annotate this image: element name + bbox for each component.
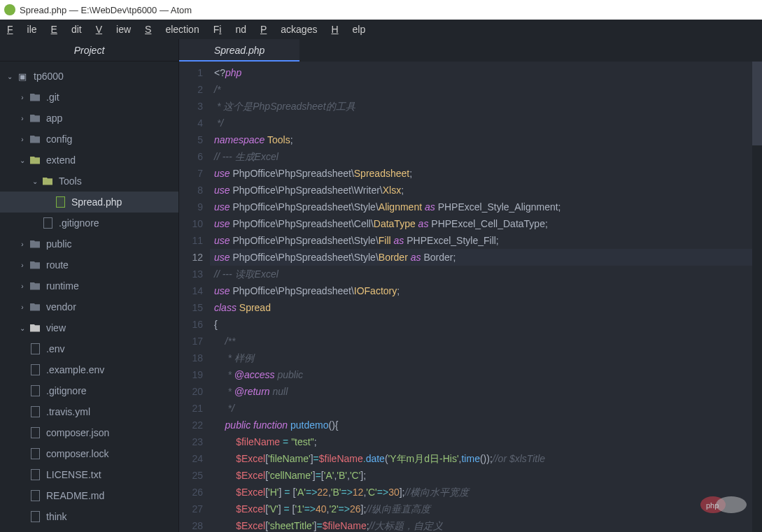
line-number: 6 — [179, 148, 203, 165]
line-number: 2 — [179, 81, 203, 98]
code-line[interactable]: use PhpOffice\PhpSpreadsheet\Cell\DataTy… — [210, 215, 762, 232]
tree-item-runtime[interactable]: ›runtime — [0, 275, 178, 296]
code-line[interactable]: // --- 读取Excel — [210, 266, 762, 282]
code-line[interactable]: * 样例 — [210, 350, 762, 366]
sidebar: Project ⌄ tp6000 ›.git›app›config⌄extend… — [0, 39, 179, 532]
tree-item-label: Spread.php — [71, 196, 122, 208]
tree-item-think[interactable]: think — [0, 506, 178, 527]
tree-item-label: public — [46, 238, 72, 250]
tab-bar: Spread.php — [179, 39, 762, 62]
menu-help[interactable]: Help — [331, 24, 365, 35]
tree-item--env[interactable]: .env — [0, 338, 178, 359]
window-title: Spread.php — E:\WebDev\tp6000 — Atom — [20, 5, 192, 15]
project-tree[interactable]: ⌄ tp6000 ›.git›app›config⌄extend⌄ToolsSp… — [0, 62, 178, 532]
line-number: 9 — [179, 199, 203, 215]
tree-item-extend[interactable]: ⌄extend — [0, 150, 178, 171]
tree-item-public[interactable]: ›public — [0, 233, 178, 254]
code-line[interactable]: $Excel['fileName']=$fileName.date('Y年m月d… — [210, 450, 762, 467]
chevron-right-icon[interactable]: › — [18, 282, 27, 290]
chevron-right-icon[interactable]: › — [18, 115, 27, 122]
chevron-right-icon[interactable]: › — [18, 136, 27, 143]
code-line[interactable]: $Excel['sheetTitle']=$fileName;//大标题，自定义 — [210, 517, 762, 532]
tree-item-vendor[interactable]: ›vendor — [0, 296, 178, 317]
scrollbar-thumb[interactable] — [752, 62, 762, 145]
code-line[interactable]: $Excel['cellName']=['A','B','C']; — [210, 467, 762, 484]
menu-find[interactable]: Find — [213, 24, 246, 35]
code-line[interactable]: use PhpOffice\PhpSpreadsheet\IOFactory; — [210, 282, 762, 299]
folder-icon — [29, 154, 41, 166]
line-number: 23 — [179, 433, 203, 450]
tab-spread-php[interactable]: Spread.php — [179, 39, 299, 62]
tree-item-app[interactable]: ›app — [0, 108, 178, 129]
file-icon — [42, 217, 53, 229]
code-line[interactable]: class Spread — [210, 299, 762, 316]
tree-item-Tools[interactable]: ⌄Tools — [0, 171, 178, 192]
tree-item-composer-json[interactable]: composer.json — [0, 422, 178, 443]
menu-view[interactable]: View — [96, 24, 131, 35]
code-line[interactable]: use PhpOffice\PhpSpreadsheet\Style\Borde… — [210, 249, 762, 266]
tree-item-view[interactable]: ⌄view — [0, 317, 178, 338]
code-line[interactable]: use PhpOffice\PhpSpreadsheet\Style\Fill … — [210, 232, 762, 249]
code-line[interactable]: * @access public — [210, 366, 762, 383]
chevron-down-icon[interactable]: ⌄ — [6, 73, 14, 80]
tree-item--gitignore[interactable]: .gitignore — [0, 213, 178, 233]
code-area[interactable]: 1234567891011121314151617181920212223242… — [179, 62, 762, 532]
chevron-down-icon[interactable]: ⌄ — [18, 157, 27, 164]
tree-item-label: view — [46, 322, 66, 333]
vertical-scrollbar[interactable] — [752, 62, 762, 532]
tree-item-route[interactable]: ›route — [0, 254, 178, 275]
tree-item--gitignore[interactable]: .gitignore — [0, 380, 178, 401]
line-number: 8 — [179, 182, 203, 199]
folder-icon — [42, 175, 53, 187]
menu-edit[interactable]: Edit — [51, 24, 82, 35]
chevron-right-icon[interactable]: › — [18, 303, 27, 311]
code-content[interactable]: <?php/* * 这个是PhpSpreadsheet的工具 */namespa… — [210, 62, 762, 532]
chevron-down-icon[interactable]: ⌄ — [18, 324, 27, 332]
line-number: 22 — [179, 417, 203, 433]
code-line[interactable]: * 这个是PhpSpreadsheet的工具 — [210, 98, 762, 115]
line-number: 17 — [179, 333, 203, 350]
tree-item-label: README.md — [46, 490, 104, 501]
folder-icon — [29, 113, 41, 124]
tree-item-label: extend — [46, 154, 76, 166]
menu-file[interactable]: File — [7, 24, 37, 35]
tree-item--travis-yml[interactable]: .travis.yml — [0, 401, 178, 422]
chevron-down-icon[interactable]: ⌄ — [31, 178, 39, 185]
tree-item-README-md[interactable]: README.md — [0, 485, 178, 506]
file-icon — [29, 343, 41, 354]
chevron-right-icon[interactable]: › — [18, 240, 27, 248]
code-line[interactable]: */ — [210, 400, 762, 417]
menu-selection[interactable]: Selection — [145, 24, 199, 35]
code-line[interactable]: */ — [210, 115, 762, 131]
tree-item--git[interactable]: ›.git — [0, 87, 178, 108]
code-line[interactable]: use PhpOffice\PhpSpreadsheet\Writer\Xlsx… — [210, 182, 762, 199]
tree-item-config[interactable]: ›config — [0, 129, 178, 150]
line-number: 14 — [179, 282, 203, 299]
svg-point-1 — [716, 496, 747, 513]
folder-icon — [29, 238, 41, 250]
line-number: 7 — [179, 165, 203, 182]
tree-item-Spread-php[interactable]: Spread.php — [0, 192, 178, 213]
code-line[interactable]: use PhpOffice\PhpSpreadsheet\Spreadsheet… — [210, 165, 762, 182]
code-line[interactable]: use PhpOffice\PhpSpreadsheet\Style\Align… — [210, 199, 762, 215]
chevron-right-icon[interactable]: › — [18, 261, 27, 269]
code-line[interactable]: { — [210, 316, 762, 333]
code-line[interactable]: $fileName = "test"; — [210, 433, 762, 450]
code-line[interactable]: $Excel['H'] = ['A'=>22,'B'=>12,'C'=>30];… — [210, 484, 762, 501]
tree-root[interactable]: ⌄ tp6000 — [0, 66, 178, 87]
code-line[interactable]: /** — [210, 333, 762, 350]
code-line[interactable]: /* — [210, 81, 762, 98]
code-line[interactable]: $Excel['V'] = ['1'=>40,'2'=>26];//纵向垂直高度 — [210, 501, 762, 517]
code-line[interactable]: * @return null — [210, 383, 762, 400]
code-line[interactable]: <?php — [210, 64, 762, 81]
code-line[interactable]: namespace Tools; — [210, 131, 762, 148]
code-line[interactable]: // --- 生成Excel — [210, 148, 762, 165]
tree-item-composer-lock[interactable]: composer.lock — [0, 443, 178, 464]
code-line[interactable]: public function putdemo(){ — [210, 417, 762, 433]
tree-item-label: .travis.yml — [46, 406, 90, 417]
tree-item-LICENSE-txt[interactable]: LICENSE.txt — [0, 464, 178, 485]
menu-packages[interactable]: Packages — [260, 24, 318, 35]
watermark-logo: php — [699, 494, 748, 515]
tree-item--example-env[interactable]: .example.env — [0, 359, 178, 380]
chevron-right-icon[interactable]: › — [18, 94, 27, 101]
